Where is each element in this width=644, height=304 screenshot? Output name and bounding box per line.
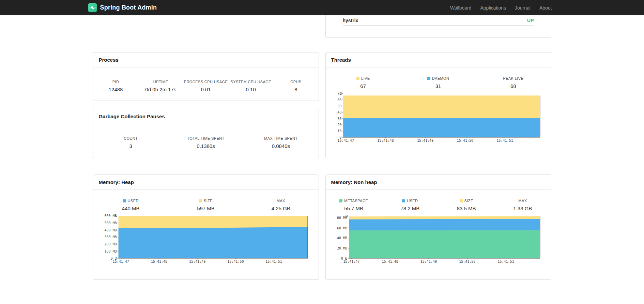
legend-threads-live: LIVE 67 — [326, 76, 401, 89]
legend-value: 67 — [326, 83, 401, 89]
application-name[interactable]: hystrix — [343, 18, 358, 23]
legend-heap-used: USED 440 MB — [93, 199, 168, 211]
legend-value: 55.7 MB — [326, 206, 382, 211]
legend-value: 68 — [476, 83, 551, 89]
svg-text:500 MB: 500 MB — [104, 221, 117, 225]
main-content: Process PID 12488 UPTIME 0d 0h 2m 17s PR… — [93, 15, 551, 280]
process-stats-row: PID 12488 UPTIME 0d 0h 2m 17s PROCESS CP… — [93, 67, 319, 92]
legend-nonheap-size: SIZE 83.5 MB — [438, 199, 494, 211]
left-column: Process PID 12488 UPTIME 0d 0h 2m 17s PR… — [93, 15, 319, 280]
stat-label: SYSTEM CPU USAGE — [228, 80, 273, 84]
svg-text:15:41:50: 15:41:50 — [457, 139, 473, 142]
svg-text:15:41:51: 15:41:51 — [496, 139, 513, 142]
brand-link[interactable]: Spring Boot Admin — [88, 3, 157, 12]
svg-text:15:41:50: 15:41:50 — [459, 260, 475, 263]
legend-text: USED — [407, 199, 418, 203]
stat-value: 0.10 — [228, 87, 273, 92]
legend-label: SIZE — [168, 199, 243, 203]
stat-gc-count: COUNT 3 — [93, 136, 168, 149]
stat-process-cpu-usage: PROCESS CPU USAGE 0.01 — [183, 80, 228, 92]
process-card-title: Process — [93, 52, 319, 67]
nav-item-applications[interactable]: Applications — [476, 5, 510, 11]
legend-value: 440 MB — [93, 206, 168, 211]
svg-text:600 MB: 600 MB — [104, 214, 117, 218]
svg-text:15:41:51: 15:41:51 — [497, 260, 514, 263]
svg-text:70: 70 — [337, 92, 341, 95]
spring-boot-admin-logo-icon — [88, 3, 97, 12]
stat-gc-max-time: MAX TIME SPENT 0.0840s — [243, 136, 318, 149]
application-list-card: hystrix UP — [325, 15, 551, 38]
left-column-spacer — [93, 15, 319, 52]
svg-text:40: 40 — [337, 110, 341, 114]
legend-text: PEAK LIVE — [503, 76, 523, 80]
used-swatch-icon — [402, 199, 405, 202]
svg-text:400 MB: 400 MB — [104, 228, 117, 232]
legend-nonheap-used: USED 78.2 MB — [382, 199, 438, 211]
stat-pid: PID 12488 — [93, 80, 138, 92]
right-column: hystrix UP Threads LIVE 67 DAEMON — [325, 15, 551, 280]
metaspace-swatch-icon — [339, 199, 342, 202]
svg-text:40 MB: 40 MB — [337, 236, 347, 240]
heap-legend-row: USED 440 MB SIZE 597 MB MAX 4.25 GB — [93, 190, 319, 211]
legend-label: MAX — [243, 199, 318, 203]
garbage-collection-card: Garbage Collection Pauses COUNT 3 TOTAL … — [93, 109, 319, 158]
garbage-collection-card-title: Garbage Collection Pauses — [93, 109, 319, 124]
application-row-hystrix[interactable]: hystrix UP — [343, 15, 534, 26]
legend-label: DAEMON — [401, 76, 476, 80]
daemon-swatch-icon — [427, 77, 430, 80]
legend-threads-peak-live: PEAK LIVE 68 — [476, 76, 551, 89]
legend-value: 78.2 MB — [382, 206, 438, 211]
stat-label: TOTAL TIME SPENT — [168, 136, 243, 140]
svg-text:15:41:47: 15:41:47 — [337, 139, 354, 142]
svg-text:15:41:47: 15:41:47 — [112, 260, 129, 263]
stat-value: 12488 — [93, 87, 138, 92]
svg-text:15:41:48: 15:41:48 — [377, 139, 394, 142]
legend-label: USED — [382, 199, 438, 203]
threads-card-title: Threads — [326, 52, 551, 67]
stat-label: MAX TIME SPENT — [243, 136, 318, 140]
nav-item-journal[interactable]: Journal — [510, 5, 535, 11]
svg-text:20: 20 — [337, 123, 341, 127]
legend-label: METASPACE — [326, 199, 382, 203]
navbar-inner: Spring Boot Admin Wallboard Applications… — [88, 0, 556, 15]
threads-legend-row: LIVE 67 DAEMON 31 PEAK LIVE 68 — [326, 67, 551, 89]
stat-value: 0d 0h 2m 17s — [138, 87, 183, 92]
memory-heap-card-title: Memory: Heap — [93, 175, 319, 190]
size-swatch-icon — [460, 199, 463, 202]
svg-text:50: 50 — [337, 104, 341, 108]
svg-text:20 MB: 20 MB — [337, 246, 347, 250]
stat-value: 0.01 — [183, 87, 228, 92]
legend-text: SIZE — [464, 199, 473, 203]
svg-text:15:41:49: 15:41:49 — [420, 260, 436, 263]
threads-chart: 70605040302010015:41:4715:41:4815:41:491… — [335, 92, 541, 143]
legend-heap-size: SIZE 597 MB — [168, 199, 243, 211]
legend-value: 31 — [401, 83, 476, 89]
legend-threads-daemon: DAEMON 31 — [401, 76, 476, 89]
stat-label: COUNT — [93, 136, 168, 140]
live-swatch-icon — [356, 77, 359, 80]
stat-label: PROCESS CPU USAGE — [183, 80, 228, 84]
nav-item-about[interactable]: About — [535, 5, 556, 11]
svg-text:30: 30 — [337, 117, 341, 121]
legend-text: SIZE — [204, 199, 213, 203]
memory-nonheap-chart: 80 MB60 MB40 MB20 MB0 B15:41:4715:41:481… — [335, 214, 541, 264]
top-navbar: Spring Boot Admin Wallboard Applications… — [0, 0, 644, 15]
threads-card: Threads LIVE 67 DAEMON 31 — [325, 52, 551, 158]
legend-text: USED — [128, 199, 139, 203]
stat-label: UPTIME — [138, 80, 183, 84]
stat-gc-total-time: TOTAL TIME SPENT 0.1380s — [168, 136, 243, 149]
nav-item-wallboard[interactable]: Wallboard — [446, 5, 476, 11]
legend-label: MAX — [494, 199, 551, 203]
legend-value: 83.5 MB — [438, 206, 494, 211]
legend-text: MAX — [518, 199, 527, 203]
memory-heap-card: Memory: Heap USED 440 MB SIZE 597 MB — [93, 174, 319, 280]
svg-text:300 MB: 300 MB — [104, 235, 117, 239]
legend-text: METASPACE — [344, 199, 368, 203]
legend-nonheap-max: MAX 1.33 GB — [494, 199, 551, 211]
process-card: Process PID 12488 UPTIME 0d 0h 2m 17s PR… — [93, 52, 319, 101]
legend-text: LIVE — [361, 76, 370, 80]
legend-label: SIZE — [438, 199, 494, 203]
used-swatch-icon — [123, 199, 126, 202]
stat-label: PID — [93, 80, 138, 84]
legend-value: 597 MB — [168, 206, 243, 211]
